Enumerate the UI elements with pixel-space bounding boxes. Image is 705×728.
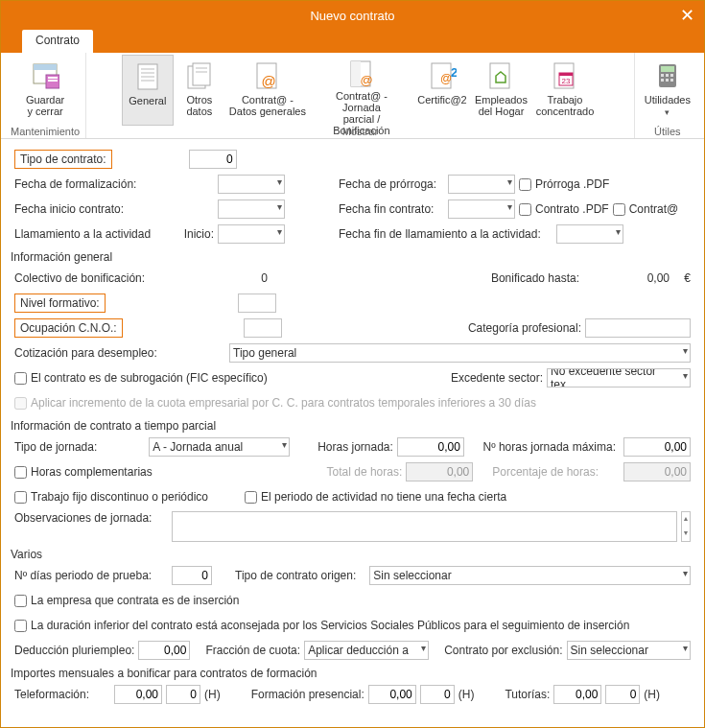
colectivo-label: Colectivo de bonificación: xyxy=(14,271,225,285)
chk-prorroga-pdf[interactable]: Prórroga .PDF xyxy=(519,177,609,191)
svg-rect-1 xyxy=(34,64,57,70)
bonificado-value: 0,00 xyxy=(583,271,670,285)
fraccion-combo[interactable]: Aplicar deducción a xyxy=(304,641,429,660)
general-button[interactable]: General xyxy=(122,55,174,126)
section-tiempo-parcial: Información de contrato a tiempo parcial xyxy=(11,419,691,433)
exced-sector-combo[interactable]: No excedente sector tex xyxy=(547,368,691,387)
section-importes: Importes mensuales a bonificar para cont… xyxy=(11,667,691,680)
save-icon xyxy=(29,59,61,92)
save-close-button[interactable]: Guardar y cerrar xyxy=(19,55,71,126)
cotizacion-combo[interactable]: Tipo general xyxy=(229,343,691,363)
section-info-general: Información general xyxy=(11,250,691,264)
tipo-jornada-combo[interactable]: A - Jornada anual xyxy=(149,437,290,457)
spinner-up-icon: ▲ xyxy=(682,512,690,527)
tipo-contrato-origen-combo[interactable]: Sin seleccionar xyxy=(369,566,691,585)
tipo-contrato-input[interactable] xyxy=(189,150,237,169)
chk-incremento: Aplicar incremento de la cuota empresari… xyxy=(14,396,536,410)
datosgen-label: Contrat@ - Datos generales xyxy=(229,94,306,117)
svg-rect-25 xyxy=(559,73,573,76)
save-close-label: Guardar y cerrar xyxy=(26,94,64,117)
contrata-jornada-button[interactable]: @ Contrat@ - Jornada parcial / Bonificac… xyxy=(310,55,413,126)
cat-prof-label: Categoría profesional: xyxy=(468,321,581,335)
deduccion-input[interactable] xyxy=(138,641,190,660)
f-prorroga-combo[interactable] xyxy=(448,175,515,194)
h-label-3: (H) xyxy=(644,688,660,701)
title-bar: Nuevo contrato ✕ xyxy=(1,1,704,30)
tipo-jornada-label: Tipo de jornada: xyxy=(14,440,145,454)
documents-icon xyxy=(183,59,216,92)
svg-text:2: 2 xyxy=(451,65,457,80)
exced-sector-label: Excedente sector: xyxy=(451,371,543,385)
contrata-datos-button[interactable]: @ Contrat@ - Datos generales xyxy=(225,55,310,126)
f-fin-llam-combo[interactable] xyxy=(556,224,623,244)
chk-contrata[interactable]: Contrat@ xyxy=(613,202,679,216)
chk-insercion[interactable]: La empresa que contrata es de inserción xyxy=(14,594,239,607)
section-varios: Varios xyxy=(11,548,691,561)
svg-rect-4 xyxy=(48,80,58,82)
calculator-icon xyxy=(651,59,684,92)
utilidades-button[interactable]: Utilidades▾ xyxy=(641,55,694,126)
total-horas-label: Total de horas: xyxy=(327,465,403,479)
f-fin-combo[interactable] xyxy=(448,200,515,219)
document-icon xyxy=(131,60,164,93)
teleformacion-v2-input[interactable] xyxy=(166,685,200,704)
ocupacion-label[interactable]: Ocupación C.N.O.: xyxy=(14,318,123,338)
tipo-contrato-label[interactable]: Tipo de contrato: xyxy=(14,150,112,169)
f-inicio-combo[interactable] xyxy=(218,200,285,219)
contrato-excl-combo[interactable]: Sin seleccionar xyxy=(567,641,691,660)
porc-horas-input xyxy=(623,462,691,481)
observaciones-input[interactable] xyxy=(172,511,677,542)
n-horas-max-input[interactable] xyxy=(623,437,691,457)
svg-rect-30 xyxy=(666,74,669,77)
f-fin-llam-label: Fecha fin de llamamiento a la actividad: xyxy=(339,227,541,241)
group-label-mantenimiento: Mantenimiento xyxy=(11,126,80,139)
textarea-spinner[interactable]: ▲▼ xyxy=(681,511,691,542)
n-dias-prueba-label: Nº días periodo de prueba: xyxy=(14,569,168,582)
ocupacion-input[interactable] xyxy=(244,318,282,338)
teleformacion-v1-input[interactable] xyxy=(114,685,162,704)
tab-contrato[interactable]: Contrato xyxy=(22,30,93,53)
empleados-button[interactable]: Empleados del Hogar xyxy=(471,55,531,126)
ribbon-group-mantenimiento: Guardar y cerrar Mantenimiento xyxy=(5,53,86,138)
nivel-formativo-input[interactable] xyxy=(238,294,276,313)
svg-rect-32 xyxy=(661,79,664,82)
inicio-combo[interactable] xyxy=(218,224,285,244)
trabajo-label: Trabajo concentrado xyxy=(536,94,595,117)
fraccion-label: Fracción de cuota: xyxy=(205,644,300,657)
tutorias-v2-input[interactable] xyxy=(605,685,640,704)
observaciones-label: Observaciones de jornada: xyxy=(14,511,168,525)
chk-horas-compl[interactable]: Horas complementarias xyxy=(14,465,153,479)
chk-duracion-inf[interactable]: La duración inferior del contrato está a… xyxy=(14,619,629,632)
general-label: General xyxy=(129,95,166,106)
certifica-icon: @2 xyxy=(426,59,458,92)
document-at-icon: @ xyxy=(251,59,284,92)
total-horas-input xyxy=(406,462,473,481)
formacion-v1-input[interactable] xyxy=(368,685,416,704)
close-icon[interactable]: ✕ xyxy=(680,5,694,26)
tab-strip: Contrato xyxy=(1,30,704,53)
otros-datos-button[interactable]: Otros datos xyxy=(174,55,225,126)
horas-jornada-input[interactable] xyxy=(397,437,464,457)
h-label-1: (H) xyxy=(204,688,221,701)
svg-rect-34 xyxy=(670,79,673,82)
chk-subrogacion[interactable]: El contrato es de subrogación (FIC espec… xyxy=(14,371,268,385)
horas-jornada-label: Horas jornada: xyxy=(317,440,393,454)
svg-rect-28 xyxy=(661,66,674,72)
chevron-down-icon: ▾ xyxy=(665,107,670,117)
certifica-button[interactable]: @2 Certific@2 xyxy=(413,55,471,126)
chk-fijo-disc[interactable]: Trabajo fijo discontinuo o periódico xyxy=(14,490,208,504)
group-label-utiles: Útiles xyxy=(654,126,681,139)
bonificado-label: Bonificado hasta: xyxy=(491,271,579,285)
trabajo-concentrado-button[interactable]: 23 Trabajo concentrado xyxy=(531,55,599,126)
chk-periodo-act[interactable]: El periodo de actividad no tiene una fec… xyxy=(245,490,506,504)
tutorias-v1-input[interactable] xyxy=(553,685,601,704)
n-dias-prueba-input[interactable] xyxy=(172,566,212,585)
cat-prof-input[interactable] xyxy=(585,318,691,338)
ribbon: Guardar y cerrar Mantenimiento General O… xyxy=(1,53,704,139)
nivel-formativo-label[interactable]: Nivel formativo: xyxy=(14,294,106,313)
formacion-v2-input[interactable] xyxy=(420,685,455,704)
contrato-excl-label: Contrato por exclusión: xyxy=(444,644,562,657)
f-formalizacion-combo[interactable] xyxy=(218,175,285,194)
ribbon-group-mostrar: General Otros datos @ Contrat@ - Datos g… xyxy=(86,53,635,138)
chk-contrato-pdf[interactable]: Contrato .PDF xyxy=(519,202,609,216)
